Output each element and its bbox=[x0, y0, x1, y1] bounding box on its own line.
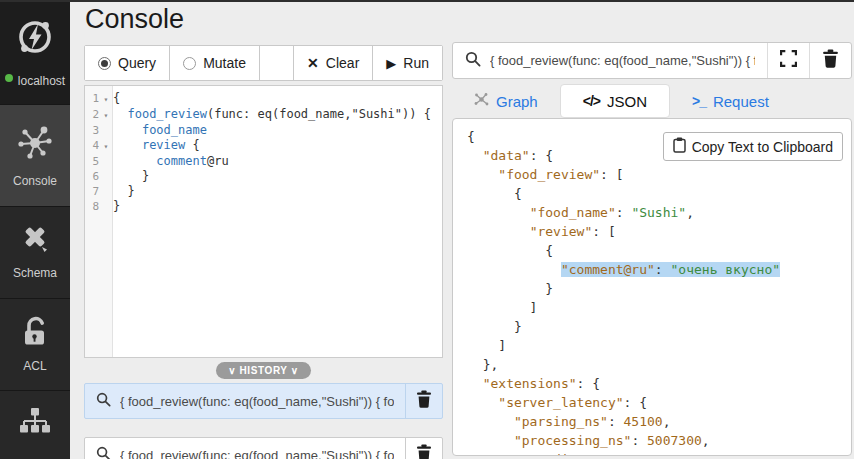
mutate-label: Mutate bbox=[203, 55, 246, 71]
clear-button[interactable]: ✕ Clear bbox=[294, 46, 373, 80]
tab-json[interactable]: </> JSON bbox=[560, 84, 670, 118]
fullscreen-button[interactable] bbox=[767, 43, 809, 78]
sidebar-item-schema[interactable]: Schema bbox=[0, 207, 70, 299]
fullscreen-icon bbox=[780, 50, 797, 71]
history-entry-text: { food_review(func: eq(food_name,"Sushi"… bbox=[120, 394, 394, 409]
sidebar-item-acl[interactable]: ACL bbox=[0, 299, 70, 391]
graph-network-icon bbox=[474, 92, 489, 110]
history-entry-selected[interactable]: { food_review(func: eq(food_name,"Sushi"… bbox=[84, 383, 443, 419]
copy-button-label: Copy Text to Clipboard bbox=[692, 139, 833, 155]
sidebar-item-label: Console bbox=[13, 174, 57, 188]
query-label: Query bbox=[118, 55, 156, 71]
cluster-icon bbox=[18, 408, 52, 442]
sidebar-item-label: Schema bbox=[13, 266, 57, 280]
run-play-icon: ▶ bbox=[386, 56, 396, 71]
unlock-icon bbox=[18, 316, 52, 352]
history-toggle-badge[interactable]: ∨ HISTORY ∨ bbox=[216, 362, 311, 379]
history-entry[interactable]: { food_review(func: eq(food_name,"Sushi"… bbox=[84, 437, 443, 459]
result-query-text-area[interactable]: { food_review(func: eq(food_name,"Sushi"… bbox=[453, 43, 767, 78]
sidebar: localhost Console bbox=[0, 0, 70, 459]
history-entry-text: { food_review(func: eq(food_name,"Sushi"… bbox=[120, 448, 394, 459]
run-label: Run bbox=[403, 55, 429, 71]
connection-status-dot bbox=[5, 74, 13, 82]
result-query-text: { food_review(func: eq(food_name,"Sushi"… bbox=[490, 53, 755, 68]
radio-selected-icon bbox=[98, 57, 111, 70]
ratel-console-window: localhost Console bbox=[0, 0, 854, 459]
history-section: ∨ HISTORY ∨ bbox=[84, 360, 443, 379]
trash-icon bbox=[416, 390, 432, 412]
sidebar-item-console[interactable]: Console bbox=[0, 105, 70, 207]
tab-json-label: JSON bbox=[607, 93, 647, 110]
toolbar-spacer bbox=[260, 46, 294, 80]
clear-label: Clear bbox=[326, 55, 359, 71]
clear-x-icon: ✕ bbox=[307, 55, 319, 71]
window-top-edge bbox=[0, 0, 854, 2]
tab-request-label: Request bbox=[713, 93, 769, 110]
sidebar-item-cluster[interactable] bbox=[0, 391, 70, 459]
editor-toolbar: Query Mutate ✕ Clear ▶ Run bbox=[84, 45, 443, 81]
json-response-text: { "data": { "food_review": [ { "food_nam… bbox=[467, 127, 780, 456]
result-tabs: Graph </> JSON >_ Request bbox=[452, 84, 791, 118]
sidebar-item-label: localhost bbox=[18, 74, 65, 88]
history-entry-delete-button[interactable] bbox=[405, 384, 442, 418]
query-radio-button[interactable]: Query bbox=[85, 46, 170, 80]
query-code-editor[interactable]: 1▾{2▾ food_review(func: eq(food_name,"Su… bbox=[84, 85, 443, 358]
search-icon bbox=[465, 51, 481, 71]
json-result-panel: Copy Text to Clipboard { "data": { "food… bbox=[452, 118, 852, 456]
code-icon: </> bbox=[583, 93, 600, 109]
tab-request[interactable]: >_ Request bbox=[670, 84, 791, 118]
search-icon bbox=[96, 392, 111, 411]
terminal-icon: >_ bbox=[692, 93, 706, 109]
trash-icon bbox=[822, 49, 839, 72]
tab-graph[interactable]: Graph bbox=[452, 84, 560, 118]
editor-lines: 1▾{2▾ food_review(func: eq(food_name,"Su… bbox=[85, 91, 442, 214]
tab-graph-label: Graph bbox=[496, 93, 538, 110]
copy-to-clipboard-button[interactable]: Copy Text to Clipboard bbox=[663, 132, 843, 161]
search-icon bbox=[96, 446, 111, 459]
sidebar-item-localhost[interactable]: localhost bbox=[0, 0, 70, 105]
run-button[interactable]: ▶ Run bbox=[373, 46, 442, 80]
dgraph-logo-icon bbox=[14, 16, 56, 62]
delete-result-button[interactable] bbox=[809, 43, 851, 78]
crossed-tools-icon bbox=[17, 225, 53, 259]
mutate-radio-button[interactable]: Mutate bbox=[170, 46, 260, 80]
history-entry-delete-button[interactable] bbox=[405, 438, 442, 459]
clipboard-icon bbox=[673, 137, 686, 156]
graph-network-icon bbox=[15, 123, 55, 167]
result-query-bar: { food_review(func: eq(food_name,"Sushi"… bbox=[452, 42, 852, 79]
radio-unselected-icon bbox=[183, 57, 196, 70]
history-entry-main[interactable]: { food_review(func: eq(food_name,"Sushi"… bbox=[85, 384, 405, 418]
page-title: Console bbox=[85, 4, 184, 35]
sidebar-item-label: ACL bbox=[23, 359, 46, 373]
history-entry-main[interactable]: { food_review(func: eq(food_name,"Sushi"… bbox=[85, 438, 405, 459]
trash-icon bbox=[416, 444, 432, 459]
